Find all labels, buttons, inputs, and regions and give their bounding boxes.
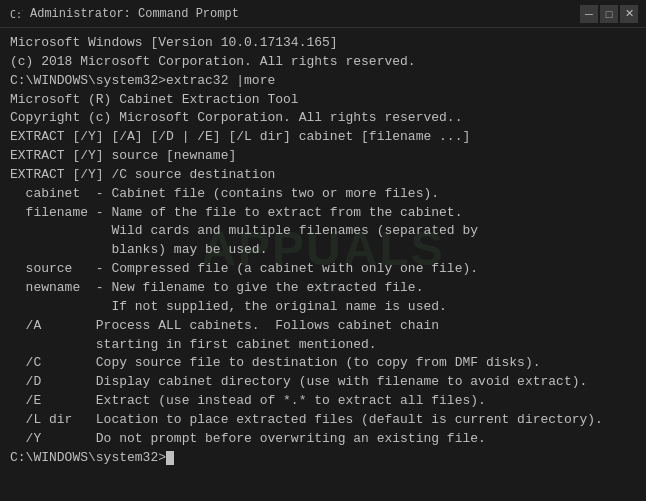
window-title: Administrator: Command Prompt xyxy=(30,7,580,21)
cmd-icon: C:\ xyxy=(8,6,24,22)
terminal-line: Microsoft Windows [Version 10.0.17134.16… xyxy=(10,34,636,53)
close-button[interactable]: ✕ xyxy=(620,5,638,23)
terminal-line: /L dir Location to place extracted files… xyxy=(10,411,636,430)
terminal-output: Microsoft Windows [Version 10.0.17134.16… xyxy=(10,34,636,467)
svg-text:C:\: C:\ xyxy=(10,9,23,20)
title-bar: C:\ Administrator: Command Prompt ─ □ ✕ xyxy=(0,0,646,28)
terminal-line: (c) 2018 Microsoft Corporation. All righ… xyxy=(10,53,636,72)
terminal-line: If not supplied, the original name is us… xyxy=(10,298,636,317)
terminal-line: starting in first cabinet mentioned. xyxy=(10,336,636,355)
terminal-line: filename - Name of the file to extract f… xyxy=(10,204,636,223)
terminal-line: /E Extract (use instead of *.* to extrac… xyxy=(10,392,636,411)
terminal-line: C:\WINDOWS\system32>extrac32 |more xyxy=(10,72,636,91)
maximize-button[interactable]: □ xyxy=(600,5,618,23)
terminal-line: blanks) may be used. xyxy=(10,241,636,260)
terminal-line: C:\WINDOWS\system32> xyxy=(10,449,636,468)
terminal-line: EXTRACT [/Y] /C source destination xyxy=(10,166,636,185)
terminal-line: /A Process ALL cabinets. Follows cabinet… xyxy=(10,317,636,336)
terminal-line: /C Copy source file to destination (to c… xyxy=(10,354,636,373)
terminal-line: Microsoft (R) Cabinet Extraction Tool xyxy=(10,91,636,110)
window-controls: ─ □ ✕ xyxy=(580,5,638,23)
cursor xyxy=(166,451,174,465)
terminal-line: EXTRACT [/Y] [/A] [/D | /E] [/L dir] cab… xyxy=(10,128,636,147)
terminal-line: /Y Do not prompt before overwriting an e… xyxy=(10,430,636,449)
terminal-line: newname - New filename to give the extra… xyxy=(10,279,636,298)
terminal-line: /D Display cabinet directory (use with f… xyxy=(10,373,636,392)
terminal-line: EXTRACT [/Y] source [newname] xyxy=(10,147,636,166)
terminal-line: Wild cards and multiple filenames (separ… xyxy=(10,222,636,241)
terminal-line: source - Compressed file (a cabinet with… xyxy=(10,260,636,279)
terminal-line: cabinet - Cabinet file (contains two or … xyxy=(10,185,636,204)
terminal-window: APPUALS .com Microsoft Windows [Version … xyxy=(0,28,646,501)
minimize-button[interactable]: ─ xyxy=(580,5,598,23)
terminal-line: Copyright (c) Microsoft Corporation. All… xyxy=(10,109,636,128)
